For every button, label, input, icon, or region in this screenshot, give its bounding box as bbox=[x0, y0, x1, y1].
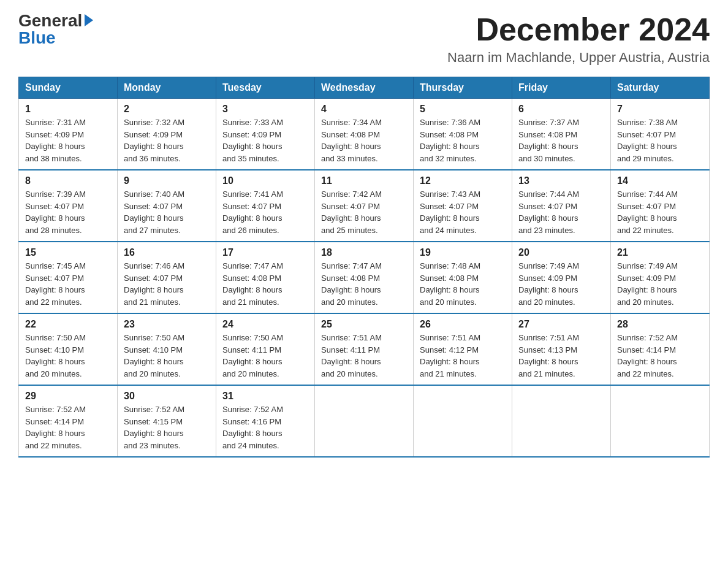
day-number: 8 bbox=[25, 175, 111, 186]
day-info: Sunrise: 7:48 AM Sunset: 4:08 PM Dayligh… bbox=[420, 260, 506, 308]
day-number: 19 bbox=[420, 247, 506, 258]
header: General Blue December 2024 Naarn im Mach… bbox=[18, 12, 710, 66]
day-info: Sunrise: 7:51 AM Sunset: 4:11 PM Dayligh… bbox=[321, 332, 407, 380]
day-info: Sunrise: 7:33 AM Sunset: 4:09 PM Dayligh… bbox=[222, 117, 308, 164]
logo-general-text: General bbox=[18, 12, 82, 29]
day-info: Sunrise: 7:52 AM Sunset: 4:15 PM Dayligh… bbox=[124, 404, 210, 451]
calendar-day-16: 16 Sunrise: 7:46 AM Sunset: 4:07 PM Dayl… bbox=[118, 242, 216, 313]
col-header-tuesday: Tuesday bbox=[216, 77, 315, 99]
day-number: 30 bbox=[124, 391, 210, 402]
calendar-day-5: 5 Sunrise: 7:36 AM Sunset: 4:08 PM Dayli… bbox=[414, 99, 512, 170]
calendar-day-13: 13 Sunrise: 7:44 AM Sunset: 4:07 PM Dayl… bbox=[512, 170, 611, 242]
day-info: Sunrise: 7:50 AM Sunset: 4:10 PM Dayligh… bbox=[124, 332, 210, 380]
calendar-week-4: 22 Sunrise: 7:50 AM Sunset: 4:10 PM Dayl… bbox=[19, 313, 710, 385]
title-area: December 2024 Naarn im Machlande, Upper … bbox=[447, 12, 710, 66]
day-info: Sunrise: 7:51 AM Sunset: 4:13 PM Dayligh… bbox=[518, 332, 604, 380]
calendar-day-26: 26 Sunrise: 7:51 AM Sunset: 4:12 PM Dayl… bbox=[414, 313, 512, 385]
day-info: Sunrise: 7:52 AM Sunset: 4:14 PM Dayligh… bbox=[25, 404, 111, 451]
col-header-friday: Friday bbox=[512, 77, 611, 99]
calendar-day-9: 9 Sunrise: 7:40 AM Sunset: 4:07 PM Dayli… bbox=[118, 170, 216, 242]
calendar-week-1: 1 Sunrise: 7:31 AM Sunset: 4:09 PM Dayli… bbox=[19, 99, 710, 170]
day-info: Sunrise: 7:44 AM Sunset: 4:07 PM Dayligh… bbox=[617, 188, 703, 236]
day-info: Sunrise: 7:46 AM Sunset: 4:07 PM Dayligh… bbox=[124, 260, 210, 308]
day-number: 6 bbox=[518, 104, 604, 115]
day-number: 21 bbox=[617, 247, 703, 258]
day-number: 5 bbox=[420, 104, 506, 115]
day-number: 13 bbox=[518, 175, 604, 186]
calendar-day-20: 20 Sunrise: 7:49 AM Sunset: 4:09 PM Dayl… bbox=[512, 242, 611, 313]
day-number: 17 bbox=[222, 247, 308, 258]
calendar-day-3: 3 Sunrise: 7:33 AM Sunset: 4:09 PM Dayli… bbox=[216, 99, 315, 170]
day-number: 1 bbox=[25, 104, 111, 115]
day-info: Sunrise: 7:49 AM Sunset: 4:09 PM Dayligh… bbox=[617, 260, 703, 308]
col-header-thursday: Thursday bbox=[414, 77, 512, 99]
calendar-week-2: 8 Sunrise: 7:39 AM Sunset: 4:07 PM Dayli… bbox=[19, 170, 710, 242]
calendar-day-7: 7 Sunrise: 7:38 AM Sunset: 4:07 PM Dayli… bbox=[611, 99, 710, 170]
day-info: Sunrise: 7:41 AM Sunset: 4:07 PM Dayligh… bbox=[222, 188, 308, 236]
day-number: 12 bbox=[420, 175, 506, 186]
day-number: 27 bbox=[518, 319, 604, 330]
day-number: 29 bbox=[25, 391, 111, 402]
calendar-day-25: 25 Sunrise: 7:51 AM Sunset: 4:11 PM Dayl… bbox=[315, 313, 414, 385]
calendar-header-row: SundayMondayTuesdayWednesdayThursdayFrid… bbox=[19, 77, 710, 99]
day-number: 11 bbox=[321, 175, 407, 186]
logo-arrow-icon bbox=[85, 14, 93, 26]
calendar-day-18: 18 Sunrise: 7:47 AM Sunset: 4:08 PM Dayl… bbox=[315, 242, 414, 313]
calendar-day-23: 23 Sunrise: 7:50 AM Sunset: 4:10 PM Dayl… bbox=[118, 313, 216, 385]
day-info: Sunrise: 7:37 AM Sunset: 4:08 PM Dayligh… bbox=[518, 117, 604, 164]
calendar-day-4: 4 Sunrise: 7:34 AM Sunset: 4:08 PM Dayli… bbox=[315, 99, 414, 170]
empty-cell bbox=[315, 385, 414, 457]
calendar-day-8: 8 Sunrise: 7:39 AM Sunset: 4:07 PM Dayli… bbox=[19, 170, 118, 242]
calendar-day-14: 14 Sunrise: 7:44 AM Sunset: 4:07 PM Dayl… bbox=[611, 170, 710, 242]
day-info: Sunrise: 7:51 AM Sunset: 4:12 PM Dayligh… bbox=[420, 332, 506, 380]
day-info: Sunrise: 7:45 AM Sunset: 4:07 PM Dayligh… bbox=[25, 260, 111, 308]
day-info: Sunrise: 7:52 AM Sunset: 4:14 PM Dayligh… bbox=[617, 332, 703, 380]
day-number: 2 bbox=[124, 104, 210, 115]
day-number: 4 bbox=[321, 104, 407, 115]
calendar-week-3: 15 Sunrise: 7:45 AM Sunset: 4:07 PM Dayl… bbox=[19, 242, 710, 313]
day-number: 9 bbox=[124, 175, 210, 186]
day-info: Sunrise: 7:47 AM Sunset: 4:08 PM Dayligh… bbox=[321, 260, 407, 308]
calendar-day-1: 1 Sunrise: 7:31 AM Sunset: 4:09 PM Dayli… bbox=[19, 99, 118, 170]
logo-blue-text: Blue bbox=[18, 29, 56, 47]
day-info: Sunrise: 7:43 AM Sunset: 4:07 PM Dayligh… bbox=[420, 188, 506, 236]
empty-cell bbox=[611, 385, 710, 457]
day-number: 18 bbox=[321, 247, 407, 258]
day-number: 10 bbox=[222, 175, 308, 186]
day-number: 20 bbox=[518, 247, 604, 258]
calendar-day-10: 10 Sunrise: 7:41 AM Sunset: 4:07 PM Dayl… bbox=[216, 170, 315, 242]
day-number: 28 bbox=[617, 319, 703, 330]
day-number: 3 bbox=[222, 104, 308, 115]
col-header-wednesday: Wednesday bbox=[315, 77, 414, 99]
calendar-day-19: 19 Sunrise: 7:48 AM Sunset: 4:08 PM Dayl… bbox=[414, 242, 512, 313]
calendar-day-11: 11 Sunrise: 7:42 AM Sunset: 4:07 PM Dayl… bbox=[315, 170, 414, 242]
empty-cell bbox=[512, 385, 611, 457]
day-info: Sunrise: 7:34 AM Sunset: 4:08 PM Dayligh… bbox=[321, 117, 407, 164]
calendar-day-15: 15 Sunrise: 7:45 AM Sunset: 4:07 PM Dayl… bbox=[19, 242, 118, 313]
month-title: December 2024 bbox=[447, 12, 710, 47]
col-header-sunday: Sunday bbox=[19, 77, 118, 99]
day-number: 14 bbox=[617, 175, 703, 186]
calendar-day-2: 2 Sunrise: 7:32 AM Sunset: 4:09 PM Dayli… bbox=[118, 99, 216, 170]
calendar-day-6: 6 Sunrise: 7:37 AM Sunset: 4:08 PM Dayli… bbox=[512, 99, 611, 170]
day-info: Sunrise: 7:39 AM Sunset: 4:07 PM Dayligh… bbox=[25, 188, 111, 236]
calendar-day-28: 28 Sunrise: 7:52 AM Sunset: 4:14 PM Dayl… bbox=[611, 313, 710, 385]
day-info: Sunrise: 7:32 AM Sunset: 4:09 PM Dayligh… bbox=[124, 117, 210, 164]
calendar-day-30: 30 Sunrise: 7:52 AM Sunset: 4:15 PM Dayl… bbox=[118, 385, 216, 457]
col-header-monday: Monday bbox=[118, 77, 216, 99]
day-number: 24 bbox=[222, 319, 308, 330]
day-info: Sunrise: 7:40 AM Sunset: 4:07 PM Dayligh… bbox=[124, 188, 210, 236]
day-number: 31 bbox=[222, 391, 308, 402]
day-number: 22 bbox=[25, 319, 111, 330]
day-info: Sunrise: 7:31 AM Sunset: 4:09 PM Dayligh… bbox=[25, 117, 111, 164]
day-info: Sunrise: 7:49 AM Sunset: 4:09 PM Dayligh… bbox=[518, 260, 604, 308]
col-header-saturday: Saturday bbox=[611, 77, 710, 99]
calendar-table: SundayMondayTuesdayWednesdayThursdayFrid… bbox=[18, 77, 710, 458]
empty-cell bbox=[414, 385, 512, 457]
day-number: 23 bbox=[124, 319, 210, 330]
day-info: Sunrise: 7:52 AM Sunset: 4:16 PM Dayligh… bbox=[222, 404, 308, 451]
calendar-day-29: 29 Sunrise: 7:52 AM Sunset: 4:14 PM Dayl… bbox=[19, 385, 118, 457]
day-info: Sunrise: 7:38 AM Sunset: 4:07 PM Dayligh… bbox=[617, 117, 703, 164]
logo: General Blue bbox=[18, 12, 93, 47]
calendar-day-22: 22 Sunrise: 7:50 AM Sunset: 4:10 PM Dayl… bbox=[19, 313, 118, 385]
